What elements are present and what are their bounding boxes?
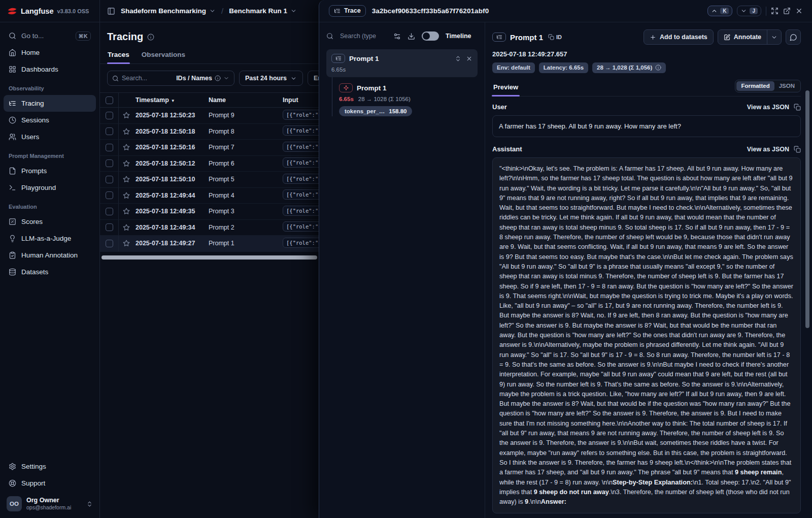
- table-row[interactable]: 2025-07-18 12:50:10 Prompt 5 [{"role":"u…: [100, 172, 325, 188]
- copy-icon[interactable]: [794, 104, 801, 111]
- tree-node-generation[interactable]: Prompt 1 6.65s 28 → 1028 (Σ 1056) tokens…: [332, 77, 478, 116]
- copy-id-button[interactable]: ID: [548, 34, 562, 40]
- open-in-new-button[interactable]: [783, 7, 791, 15]
- trace-name: Prompt 4: [209, 192, 283, 199]
- table-row[interactable]: 2025-07-18 12:49:35 Prompt 3 [{"role":"u…: [100, 204, 325, 220]
- annotate-menu-button[interactable]: [767, 30, 781, 44]
- star-icon[interactable]: [123, 112, 130, 119]
- table-row[interactable]: 2025-07-18 12:49:27 Prompt 1 [{"role":"u…: [100, 236, 325, 252]
- unfold-icon[interactable]: [455, 55, 461, 62]
- annotate-button[interactable]: Annotate: [718, 30, 767, 44]
- org-name: Org Owner: [26, 497, 82, 504]
- format-json-option[interactable]: JSON: [774, 81, 799, 91]
- horizontal-scrollbar-thumb[interactable]: [101, 255, 317, 260]
- sidebar-item-playground[interactable]: Playground: [4, 179, 96, 196]
- tree-search-input[interactable]: [340, 33, 387, 40]
- star-icon[interactable]: [123, 144, 130, 151]
- tab-observations[interactable]: Observations: [141, 48, 186, 63]
- column-timestamp[interactable]: Timestamp▼: [134, 96, 209, 104]
- sidebar-item-llm-as-a-judge[interactable]: LLM-as-a-Judge: [4, 230, 96, 247]
- score-badge[interactable]: tokens_per_… 158.80: [339, 106, 412, 116]
- row-checkbox[interactable]: [106, 240, 113, 247]
- collapse-icon[interactable]: [466, 55, 472, 62]
- timeline-toggle[interactable]: [422, 31, 439, 41]
- life-buoy-icon: [9, 479, 16, 487]
- sidebar-item-scores[interactable]: Scores: [4, 213, 96, 230]
- org-switcher[interactable]: OO Org Owner ops@shadeform.ai: [4, 494, 96, 514]
- table-row[interactable]: 2025-07-18 12:50:18 Prompt 8 [{"role":"u…: [100, 124, 325, 140]
- panel-left-icon[interactable]: [107, 7, 115, 15]
- row-checkbox[interactable]: [106, 176, 113, 183]
- select-all-checkbox[interactable]: [106, 96, 113, 104]
- table-row[interactable]: 2025-07-18 12:50:23 Prompt 9 [{"role":"u…: [100, 108, 325, 124]
- row-checkbox[interactable]: [106, 112, 113, 119]
- lightbulb-icon: [9, 235, 16, 242]
- project-breadcrumb-label: Benchmark Run 1: [229, 7, 287, 15]
- annotate-button-group: Annotate: [718, 29, 782, 45]
- star-icon[interactable]: [123, 176, 130, 183]
- format-formatted-option[interactable]: Formatted: [736, 81, 774, 91]
- breadcrumb-project[interactable]: Benchmark Run 1: [229, 7, 297, 15]
- row-checkbox[interactable]: [106, 144, 113, 151]
- row-checkbox[interactable]: [106, 223, 113, 231]
- sidebar-item-sessions[interactable]: Sessions: [4, 112, 96, 128]
- sidebar-item-support[interactable]: Support: [4, 475, 96, 492]
- clipboard-icon: [9, 251, 16, 259]
- detail-title: Prompt 1: [510, 33, 543, 42]
- sidebar-item-settings[interactable]: Settings: [4, 458, 96, 475]
- table-row[interactable]: 2025-07-18 12:49:44 Prompt 4 [{"role":"u…: [100, 188, 325, 204]
- sidebar-item-label: Prompts: [21, 167, 47, 175]
- sidebar-item-datasets[interactable]: Datasets: [4, 264, 96, 280]
- star-icon[interactable]: [123, 160, 130, 167]
- vertical-scrollbar[interactable]: [805, 90, 809, 328]
- copy-icon[interactable]: [794, 146, 801, 153]
- trace-name: Prompt 2: [209, 224, 283, 231]
- star-icon[interactable]: [123, 240, 130, 247]
- sidebar-item-home[interactable]: Home: [4, 44, 96, 61]
- vertical-scrollbar-thumb[interactable]: [805, 90, 809, 328]
- sidebar-item-users[interactable]: Users: [4, 128, 96, 145]
- tree-node-trace[interactable]: Prompt 1 6.65s: [326, 49, 478, 77]
- detail-type-badge: [492, 33, 506, 42]
- list-tree-icon: [334, 8, 341, 14]
- row-checkbox[interactable]: [106, 127, 113, 135]
- add-to-datasets-button[interactable]: Add to datasets: [644, 29, 714, 45]
- sidebar-item-prompts[interactable]: Prompts: [4, 163, 96, 179]
- close-panel-button[interactable]: [795, 7, 803, 15]
- top-header: Shadeform Benchmarking / Benchmark Run 1: [100, 0, 325, 22]
- row-checkbox[interactable]: [106, 208, 113, 215]
- time-range-filter[interactable]: Past 24 hours: [239, 71, 303, 86]
- user-view-as-json-button[interactable]: View as JSON: [747, 104, 789, 111]
- trace-id: 3a2bcef90633cff33b5a67f76201abf0: [372, 7, 489, 15]
- star-icon[interactable]: [123, 224, 130, 231]
- tab-preview[interactable]: Preview: [492, 81, 519, 96]
- sidebar-item-tracing[interactable]: Tracing: [4, 95, 96, 112]
- tree-settings-button[interactable]: [393, 33, 401, 40]
- goto-search[interactable]: Go to... ⌘K: [4, 27, 96, 44]
- sidebar-item-human-annotation[interactable]: Human Annotation: [4, 247, 96, 264]
- star-icon[interactable]: [123, 128, 130, 135]
- comments-button[interactable]: [786, 29, 801, 45]
- search-field-select[interactable]: IDs / Names: [176, 75, 229, 82]
- prev-trace-button[interactable]: K: [707, 6, 732, 16]
- row-checkbox[interactable]: [106, 159, 113, 167]
- next-trace-button[interactable]: J: [737, 6, 761, 16]
- star-icon[interactable]: [123, 208, 130, 215]
- assistant-view-as-json-button[interactable]: View as JSON: [747, 146, 789, 153]
- column-name[interactable]: Name: [209, 96, 283, 104]
- table-row[interactable]: 2025-07-18 12:50:16 Prompt 7 [{"role":"u…: [100, 140, 325, 156]
- tab-traces[interactable]: Traces: [107, 48, 130, 63]
- download-button[interactable]: [408, 33, 415, 40]
- breadcrumb-org[interactable]: Shadeform Benchmarking: [121, 7, 216, 15]
- horizontal-scrollbar[interactable]: [101, 255, 317, 260]
- sidebar-item-dashboards[interactable]: Dashboards: [4, 61, 96, 78]
- database-icon: [9, 268, 16, 276]
- search-input[interactable]: [122, 75, 173, 82]
- expand-panel-button[interactable]: [771, 7, 779, 15]
- table-row[interactable]: 2025-07-18 12:50:12 Prompt 6 [{"role":"u…: [100, 156, 325, 172]
- row-checkbox[interactable]: [106, 191, 113, 199]
- star-icon[interactable]: [123, 192, 130, 199]
- table-row[interactable]: 2025-07-18 12:49:34 Prompt 2 [{"role":"u…: [100, 220, 325, 236]
- trace-detail-panel: Trace 3a2bcef90633cff33b5a67f76201abf0 K…: [319, 0, 812, 518]
- trace-name: Prompt 8: [209, 128, 283, 135]
